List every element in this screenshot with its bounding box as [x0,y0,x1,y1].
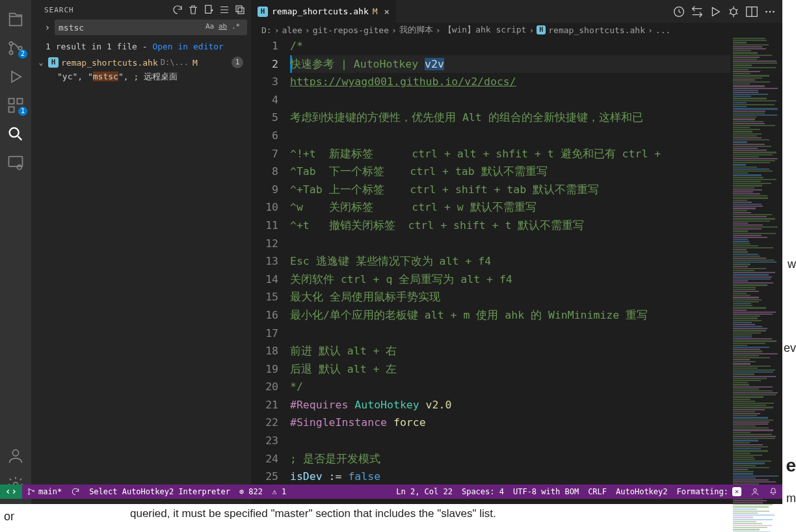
editor-area: H remap_shortcuts.ahk M × D:› alee› git [251,0,782,504]
collapse-all-icon[interactable] [234,4,246,16]
svg-point-22 [33,490,34,492]
result-match-line[interactable]: "yc", "mstsc", ; 远程桌面 [31,70,251,84]
file-type-badge: H [48,57,59,68]
more-icon[interactable] [763,5,777,19]
new-search-editor-icon[interactable] [203,4,215,16]
result-file-row[interactable]: ⌄ H remap_shortcuts.ahk D:\... M 1 [31,55,251,70]
svg-rect-5 [9,107,14,112]
toggle-replace-icon[interactable]: › [43,22,52,33]
regex-icon[interactable]: .* [232,22,243,33]
language-status[interactable]: AutoHotkey2 [611,485,672,499]
crumb[interactable]: git-repos-gitee [313,25,389,35]
match-pre: "yc", " [57,72,93,81]
remote-indicator[interactable] [0,485,22,499]
formatting-label: Formatting: [677,487,728,496]
accounts-icon[interactable] [7,447,25,465]
match-highlight: mstsc [93,72,118,81]
svg-point-17 [765,10,767,12]
notifications-icon[interactable] [764,485,782,499]
encoding-status[interactable]: UTF-8 with BOM [509,485,583,499]
minimap[interactable] [730,37,782,504]
crumb[interactable]: 我的脚本 [399,24,433,36]
svg-point-1 [9,51,12,54]
problems-status[interactable]: ⊗ 822 ⚠ 1 [235,485,291,499]
view-as-tree-icon[interactable] [219,4,230,16]
match-post: ", ; 远程桌面 [118,72,178,81]
feedback-icon[interactable] [746,485,764,499]
search-input-wrap: Aa ab .* [55,20,247,35]
crumb[interactable]: alee [282,25,302,35]
run-icon[interactable] [708,5,723,19]
svg-rect-13 [238,8,244,14]
code-editor[interactable]: 1234567891011121314151617181920212223242… [251,37,782,504]
crumb[interactable]: ... [656,25,670,35]
summary-text: 1 result in 1 file - [46,42,152,51]
formatting-status[interactable]: Formatting:✕ [672,485,746,499]
svg-point-9 [12,450,18,456]
cursor-position[interactable]: Ln 2, Col 22 [391,485,457,499]
eol-status[interactable]: CRLF [583,485,611,499]
bg-fragment: w [788,258,796,271]
open-in-editor-link[interactable]: Open in editor [152,42,224,51]
close-tab-icon[interactable]: × [384,7,390,17]
modified-badge: M [192,58,198,68]
vscode-window: 2 1 1 SEARCH › Aa [0,0,782,504]
svg-point-8 [17,165,21,170]
svg-rect-12 [236,6,242,12]
sidebar-header: SEARCH [31,0,251,20]
bg-fragment: e [786,455,796,476]
bg-fragment: m [786,492,796,505]
chevron-down-icon: ⌄ [36,58,46,67]
result-summary: 1 result in 1 file - Open in editor [31,38,251,55]
compare-icon[interactable] [690,5,704,19]
result-count-badge: 1 [232,57,243,68]
search-input[interactable] [59,23,204,33]
close-icon[interactable]: ✕ [732,487,741,496]
split-editor-icon[interactable] [745,5,759,19]
remote-explorer-icon[interactable] [7,153,25,172]
tab-filename: remap_shortcuts.ahk [272,7,369,16]
indentation-status[interactable]: Spaces: 4 [457,485,509,499]
svg-rect-4 [17,99,22,104]
refresh-icon[interactable] [172,4,183,16]
crumb[interactable]: 【win】ahk script [444,24,527,36]
scm-badge: 2 [18,49,27,59]
interpreter-status[interactable]: Select AutoHotkey2 Interpreter [85,485,235,499]
sync-icon[interactable] [66,485,85,499]
editor-tab[interactable]: H remap_shortcuts.ahk M × [251,0,397,23]
match-case-icon[interactable]: Aa [206,22,217,33]
bg-fragment: ev [784,341,796,355]
run-debug-icon[interactable] [7,68,25,86]
file-type-badge: H [537,25,546,34]
extensions-icon[interactable]: 1 [7,96,25,114]
svg-point-21 [28,493,29,494]
breadcrumbs[interactable]: D:› alee› git-repos-gitee› 我的脚本› 【win】ah… [251,23,782,37]
explorer-icon[interactable] [7,10,25,29]
background-page-text: queried, it must be specified "master" s… [130,507,496,520]
warning-count: 1 [282,487,286,496]
scm-icon[interactable]: 2 [7,39,25,57]
code-content[interactable]: /*快速参考 | AutoHotkey v2vhttps://wyagd001.… [290,37,782,504]
error-count: 822 [248,487,263,496]
result-file-name: remap_shortcuts.ahk [61,58,158,68]
activity-bar: 2 1 1 [0,0,31,504]
whole-word-icon[interactable]: ab [219,22,230,33]
line-gutter: 1234567891011121314151617181920212223242… [251,37,290,504]
search-row: › Aa ab .* [31,20,251,38]
tab-modified-badge: M [373,7,378,16]
svg-point-20 [28,488,29,490]
status-bar: main* Select AutoHotkey2 Interpreter ⊗ 8… [0,485,782,499]
git-branch[interactable]: main* [22,485,66,499]
editor-actions [668,5,782,19]
branch-name: main* [38,487,62,496]
history-icon[interactable] [672,5,686,19]
svg-point-23 [754,488,757,492]
crumb[interactable]: D: [261,25,272,35]
ext-badge: 1 [18,107,27,116]
debug-icon[interactable] [726,5,741,19]
svg-rect-11 [206,5,211,13]
search-icon[interactable] [7,125,25,143]
crumb[interactable]: remap_shortcuts.ahk [548,25,645,35]
clear-search-icon[interactable] [187,4,199,16]
tab-bar: H remap_shortcuts.ahk M × [251,0,782,23]
